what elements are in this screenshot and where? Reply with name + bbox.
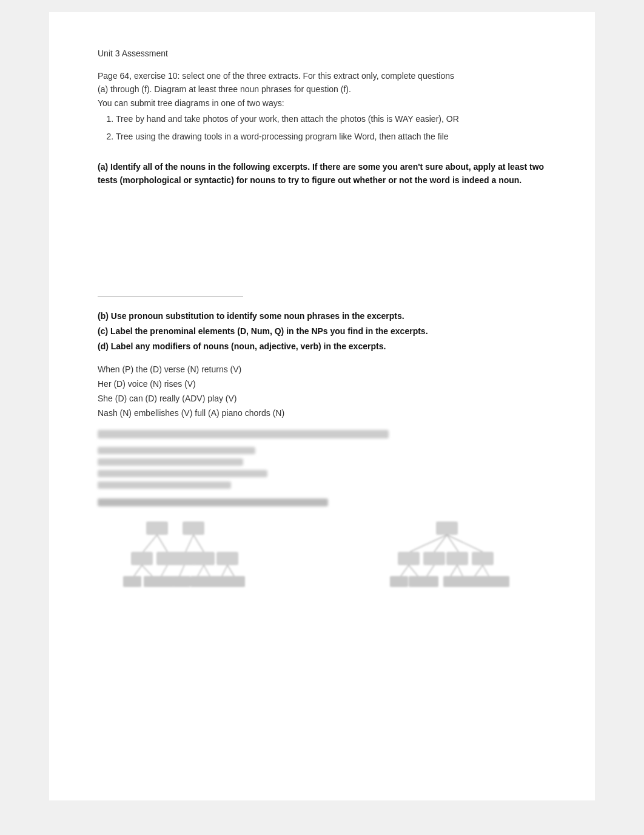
svg-line-12	[142, 565, 152, 576]
excerpt-line-1: When (P) the (D) verse (N) returns (V)	[98, 363, 546, 377]
svg-rect-1	[183, 521, 204, 535]
svg-rect-9	[193, 552, 215, 565]
svg-line-41	[475, 565, 483, 576]
svg-rect-26	[227, 576, 245, 587]
svg-line-17	[222, 565, 227, 576]
blurred-label-section	[98, 498, 546, 506]
svg-rect-27	[436, 521, 458, 535]
tree-diagram-left	[98, 518, 267, 591]
svg-rect-10	[216, 552, 238, 565]
svg-line-16	[204, 565, 210, 576]
svg-rect-21	[156, 576, 174, 587]
svg-line-28	[410, 535, 447, 552]
svg-line-15	[198, 565, 204, 576]
instructions-line1: Page 64, exercise 10: select one of the …	[98, 71, 454, 81]
blurred-sm-1	[98, 447, 255, 454]
page: Unit 3 Assessment Page 64, exercise 10: …	[49, 12, 595, 800]
instructions-line3: You can submit tree diagrams in one of t…	[98, 98, 284, 108]
svg-rect-8	[173, 552, 195, 565]
excerpt-line-2: Her (D) voice (N) rises (V)	[98, 377, 546, 392]
blurred-sm-3	[98, 470, 267, 477]
svg-line-36	[401, 565, 409, 576]
question-b: (b) Use pronoun substitution to identify…	[98, 309, 546, 355]
instructions-list: Tree by hand and take photos of your wor…	[116, 112, 546, 143]
svg-line-40	[457, 565, 463, 576]
excerpt-line-3: She (D) can (D) really (ADV) play (V)	[98, 392, 546, 406]
tree-diagram-right	[364, 518, 534, 591]
blurred-label-1	[98, 498, 328, 506]
blurred-block-2	[98, 447, 546, 489]
blurred-sm-2	[98, 458, 243, 466]
svg-line-14	[179, 565, 184, 576]
svg-rect-0	[146, 521, 168, 535]
tree-diagrams-section	[98, 518, 546, 591]
instructions: Page 64, exercise 10: select one of the …	[98, 69, 546, 143]
svg-line-38	[427, 565, 434, 576]
list-item-1: Tree by hand and take photos of your wor…	[116, 112, 546, 126]
unit-title: Unit 3 Assessment	[98, 49, 546, 58]
svg-line-11	[134, 565, 142, 576]
svg-line-13	[161, 565, 167, 576]
svg-line-3	[157, 535, 167, 552]
svg-line-37	[409, 565, 418, 576]
svg-line-5	[193, 535, 204, 552]
svg-line-39	[451, 565, 457, 576]
svg-rect-33	[423, 552, 445, 565]
svg-line-2	[143, 535, 157, 552]
svg-rect-6	[131, 552, 153, 565]
svg-rect-19	[123, 576, 141, 587]
blurred-sm-4	[98, 481, 231, 489]
svg-line-18	[227, 565, 234, 576]
svg-line-42	[483, 565, 489, 576]
svg-rect-35	[472, 552, 494, 565]
svg-rect-43	[390, 576, 408, 587]
svg-rect-50	[491, 576, 509, 587]
answer-area-a	[98, 200, 243, 297]
question-a: (a) Identify all of the nouns in the fol…	[98, 160, 546, 187]
list-item-2: Tree using the drawing tools in a word-p…	[116, 130, 546, 143]
svg-line-4	[186, 535, 193, 552]
instructions-line2: (a) through (f). Diagram at least three …	[98, 84, 351, 94]
svg-rect-32	[398, 552, 420, 565]
svg-rect-22	[172, 576, 190, 587]
svg-rect-45	[420, 576, 438, 587]
excerpt-lines: When (P) the (D) verse (N) returns (V) H…	[98, 363, 546, 420]
svg-rect-34	[446, 552, 468, 565]
excerpt-line-4: Nash (N) embellishes (V) full (A) piano …	[98, 406, 546, 421]
blurred-line-1	[98, 430, 389, 438]
blurred-section-1	[98, 430, 546, 438]
